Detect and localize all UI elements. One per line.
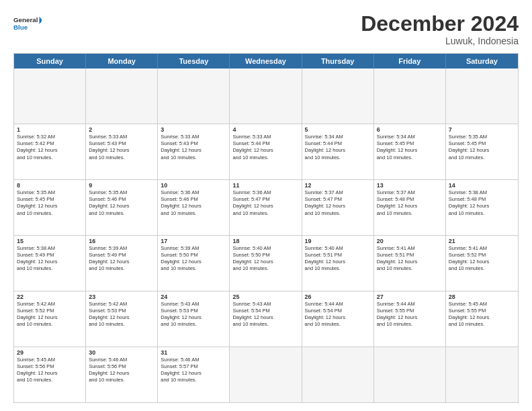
sunrise-text: Sunrise: 5:33 AM: [161, 134, 226, 140]
sunrise-text: Sunrise: 5:43 AM: [161, 301, 226, 308]
page: General Blue December 2024 Luwuk, Indone…: [0, 0, 532, 411]
daylight-text: Daylight: 12 hours: [89, 370, 154, 377]
daylight-text2: and 10 minutes.: [377, 265, 443, 272]
daylight-text2: and 10 minutes.: [232, 321, 298, 328]
daylight-text: Daylight: 12 hours: [89, 203, 154, 210]
sunset-text: Sunset: 5:56 PM: [89, 363, 154, 370]
day-number: 5: [305, 126, 371, 133]
cal-row-2: 8 Sunrise: 5:35 AM Sunset: 5:45 PM Dayli…: [14, 179, 518, 235]
cal-cell-9: 9 Sunrise: 5:35 AM Sunset: 5:46 PM Dayli…: [86, 180, 158, 235]
sunset-text: Sunset: 5:54 PM: [305, 308, 371, 314]
sunset-text: Sunset: 5:46 PM: [89, 196, 154, 203]
cal-cell-empty: [374, 68, 446, 124]
cal-cell-empty: [230, 68, 302, 124]
sunset-text: Sunset: 5:48 PM: [449, 196, 515, 203]
daylight-text2: and 10 minutes.: [449, 321, 515, 328]
sunrise-text: Sunrise: 5:45 AM: [449, 301, 515, 308]
sunset-text: Sunset: 5:51 PM: [377, 252, 443, 259]
sunrise-text: Sunrise: 5:44 AM: [377, 301, 443, 308]
cal-cell-16: 16 Sunrise: 5:39 AM Sunset: 5:49 PM Dayl…: [86, 236, 158, 291]
day-number: 4: [232, 126, 298, 133]
sunrise-text: Sunrise: 5:45 AM: [17, 357, 83, 363]
day-number: 21: [449, 238, 515, 244]
sunset-text: Sunset: 5:44 PM: [232, 140, 298, 147]
day-number: 16: [89, 238, 154, 244]
cal-cell-29: 29 Sunrise: 5:45 AM Sunset: 5:56 PM Dayl…: [14, 347, 86, 402]
sunrise-text: Sunrise: 5:35 AM: [449, 134, 515, 140]
svg-text:Blue: Blue: [13, 24, 28, 31]
cal-cell-14: 14 Sunrise: 5:38 AM Sunset: 5:48 PM Dayl…: [446, 180, 518, 235]
sunset-text: Sunset: 5:45 PM: [449, 140, 515, 147]
cal-cell-26: 26 Sunrise: 5:44 AM Sunset: 5:54 PM Dayl…: [302, 291, 374, 347]
cal-row-5: 29 Sunrise: 5:45 AM Sunset: 5:56 PM Dayl…: [14, 347, 518, 402]
svg-marker-2: [40, 17, 42, 24]
daylight-text: Daylight: 12 hours: [232, 147, 298, 154]
sunset-text: Sunset: 5:49 PM: [17, 252, 83, 259]
daylight-text: Daylight: 12 hours: [161, 259, 226, 265]
header-day-wednesday: Wednesday: [230, 54, 302, 68]
cal-cell-13: 13 Sunrise: 5:37 AM Sunset: 5:48 PM Dayl…: [374, 180, 446, 235]
daylight-text2: and 10 minutes.: [305, 321, 371, 328]
sunrise-text: Sunrise: 5:33 AM: [89, 134, 154, 140]
sunrise-text: Sunrise: 5:36 AM: [161, 189, 226, 196]
daylight-text2: and 10 minutes.: [305, 210, 371, 217]
daylight-text: Daylight: 12 hours: [17, 370, 83, 377]
daylight-text: Daylight: 12 hours: [305, 147, 371, 154]
day-number: 29: [17, 349, 83, 356]
sunset-text: Sunset: 5:47 PM: [232, 196, 298, 203]
cal-cell-2: 2 Sunrise: 5:33 AM Sunset: 5:43 PM Dayli…: [86, 124, 158, 179]
day-number: 17: [161, 238, 226, 244]
daylight-text2: and 10 minutes.: [449, 154, 515, 161]
cal-row-0: [14, 68, 518, 124]
daylight-text2: and 10 minutes.: [161, 265, 226, 272]
sunset-text: Sunset: 5:46 PM: [161, 196, 226, 203]
daylight-text: Daylight: 12 hours: [305, 259, 371, 265]
daylight-text: Daylight: 12 hours: [17, 314, 83, 321]
cal-cell-empty: [158, 68, 230, 124]
daylight-text: Daylight: 12 hours: [449, 203, 515, 210]
sunset-text: Sunset: 5:43 PM: [161, 140, 226, 147]
cal-cell-6: 6 Sunrise: 5:34 AM Sunset: 5:45 PM Dayli…: [374, 124, 446, 179]
sunset-text: Sunset: 5:45 PM: [377, 140, 443, 147]
cal-cell-empty: [446, 347, 518, 402]
day-number: 22: [17, 293, 83, 300]
day-number: 19: [305, 238, 371, 244]
daylight-text2: and 10 minutes.: [89, 210, 154, 217]
sunset-text: Sunset: 5:51 PM: [305, 252, 371, 259]
svg-text:General: General: [13, 16, 38, 24]
header-day-monday: Monday: [86, 54, 158, 68]
sunrise-text: Sunrise: 5:34 AM: [305, 134, 371, 140]
daylight-text2: and 10 minutes.: [161, 210, 226, 217]
day-number: 2: [89, 126, 154, 133]
month-title: December 2024: [361, 12, 519, 36]
sunset-text: Sunset: 5:43 PM: [89, 140, 154, 147]
cal-cell-19: 19 Sunrise: 5:40 AM Sunset: 5:51 PM Dayl…: [302, 236, 374, 291]
sunrise-text: Sunrise: 5:34 AM: [377, 134, 443, 140]
daylight-text2: and 10 minutes.: [232, 154, 298, 161]
daylight-text: Daylight: 12 hours: [89, 259, 154, 265]
sunrise-text: Sunrise: 5:36 AM: [232, 189, 298, 196]
day-number: 20: [377, 238, 443, 244]
sunrise-text: Sunrise: 5:42 AM: [17, 301, 83, 308]
daylight-text2: and 10 minutes.: [89, 154, 154, 161]
sunset-text: Sunset: 5:55 PM: [449, 308, 515, 314]
location: Luwuk, Indonesia: [361, 36, 519, 46]
cal-cell-20: 20 Sunrise: 5:41 AM Sunset: 5:51 PM Dayl…: [374, 236, 446, 291]
daylight-text2: and 10 minutes.: [89, 265, 154, 272]
daylight-text: Daylight: 12 hours: [17, 259, 83, 265]
cal-cell-12: 12 Sunrise: 5:37 AM Sunset: 5:47 PM Dayl…: [302, 180, 374, 235]
daylight-text2: and 10 minutes.: [161, 154, 226, 161]
daylight-text: Daylight: 12 hours: [449, 147, 515, 154]
sunrise-text: Sunrise: 5:40 AM: [305, 245, 371, 252]
cal-cell-27: 27 Sunrise: 5:44 AM Sunset: 5:55 PM Dayl…: [374, 291, 446, 347]
day-number: 13: [377, 182, 443, 189]
day-number: 12: [305, 182, 371, 189]
header-day-thursday: Thursday: [302, 54, 374, 68]
day-number: 8: [17, 182, 83, 189]
day-number: 11: [232, 182, 298, 189]
daylight-text: Daylight: 12 hours: [305, 314, 371, 321]
cal-cell-1: 1 Sunrise: 5:32 AM Sunset: 5:42 PM Dayli…: [14, 124, 86, 179]
daylight-text: Daylight: 12 hours: [161, 370, 226, 377]
cal-cell-17: 17 Sunrise: 5:39 AM Sunset: 5:50 PM Dayl…: [158, 236, 230, 291]
title-block: December 2024 Luwuk, Indonesia: [361, 12, 519, 46]
